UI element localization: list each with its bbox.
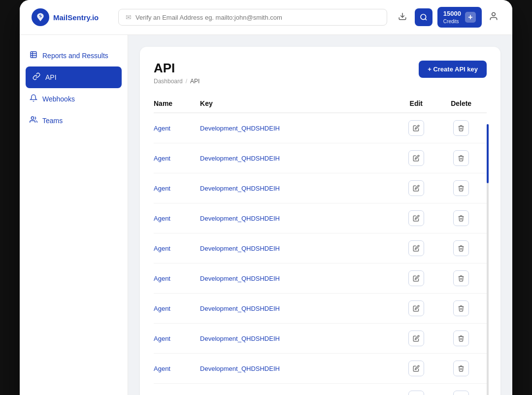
row-edit-9 bbox=[397, 384, 435, 395]
delete-button-5[interactable] bbox=[453, 270, 469, 286]
edit-button-6[interactable] bbox=[408, 300, 424, 316]
row-delete-1 bbox=[435, 143, 487, 173]
delete-button-8[interactable] bbox=[453, 361, 469, 376]
sidebar-item-api[interactable]: API bbox=[26, 66, 122, 88]
credits-badge: 15000 Credits + bbox=[437, 7, 482, 28]
scroll-indicator bbox=[487, 124, 489, 395]
row-key-7: Development_QHDSHDEIH bbox=[200, 324, 397, 354]
row-key-5: Development_QHDSHDEIH bbox=[200, 263, 397, 294]
delete-button-2[interactable] bbox=[453, 180, 469, 196]
content-area: API Dashboard / API + Create API key Nam… bbox=[128, 35, 512, 395]
api-icon bbox=[33, 72, 40, 82]
row-delete-8 bbox=[435, 354, 487, 384]
table-row: Agent Development_QHDSHDEIH bbox=[154, 203, 487, 233]
delete-button-4[interactable] bbox=[453, 240, 469, 256]
breadcrumb-parent[interactable]: Dashboard bbox=[154, 78, 183, 85]
breadcrumb-separator: / bbox=[186, 78, 187, 85]
row-key-8: Development_QHDSHDEIH bbox=[200, 354, 397, 384]
delete-button-7[interactable] bbox=[453, 330, 469, 346]
table-row: Agent Development_QHDSHDEIH bbox=[154, 113, 487, 143]
delete-button-1[interactable] bbox=[453, 150, 469, 166]
row-key-4: Development_QHDSHDEIH bbox=[200, 233, 397, 263]
edit-button-7[interactable] bbox=[408, 330, 424, 346]
topbar: MailSentry.io ✉ 1500 bbox=[20, 0, 512, 35]
edit-button-1[interactable] bbox=[408, 150, 424, 166]
row-edit-7 bbox=[397, 324, 435, 354]
sidebar-item-reports[interactable]: Reports and Ressults bbox=[20, 45, 128, 66]
col-name-header: Name bbox=[154, 95, 200, 113]
table-row: Agent Development_QHDSHDEIH bbox=[154, 233, 487, 263]
row-delete-0 bbox=[435, 113, 487, 143]
sidebar: Reports and Ressults API bbox=[20, 35, 128, 395]
delete-button-3[interactable] bbox=[453, 210, 469, 226]
search-button[interactable] bbox=[415, 8, 432, 26]
delete-button-6[interactable] bbox=[453, 300, 469, 316]
search-bar[interactable]: ✉ bbox=[118, 9, 387, 26]
row-name-9: Agent bbox=[154, 384, 200, 395]
logo-text: MailSentry.io bbox=[53, 13, 99, 22]
row-edit-6 bbox=[397, 294, 435, 324]
row-key-1: Development_QHDSHDEIH bbox=[200, 143, 397, 173]
api-table-wrapper: Name Key Edit Delete Agent Development_Q… bbox=[154, 95, 487, 395]
edit-button-8[interactable] bbox=[408, 361, 424, 376]
sidebar-item-teams[interactable]: Teams bbox=[20, 110, 128, 132]
row-edit-5 bbox=[397, 263, 435, 294]
email-icon: ✉ bbox=[126, 13, 132, 21]
sidebar-item-webhooks[interactable]: Webhooks bbox=[20, 88, 128, 110]
add-credits-button[interactable]: + bbox=[465, 12, 476, 23]
table-row: Agent Development_QHDSHDEIH bbox=[154, 143, 487, 173]
table-row: Agent Development_QHDSHDEIH bbox=[154, 384, 487, 395]
row-name-3: Agent bbox=[154, 203, 200, 233]
col-key-header: Key bbox=[200, 95, 397, 113]
topbar-actions: 15000 Credits + bbox=[395, 7, 500, 28]
main-layout: Reports and Ressults API bbox=[20, 35, 512, 395]
table-row: Agent Development_QHDSHDEIH bbox=[154, 173, 487, 203]
edit-button-4[interactable] bbox=[408, 240, 424, 256]
table-row: Agent Development_QHDSHDEIH bbox=[154, 324, 487, 354]
delete-button-0[interactable] bbox=[453, 120, 469, 136]
row-delete-7 bbox=[435, 324, 487, 354]
row-delete-5 bbox=[435, 263, 487, 294]
table-row: Agent Development_QHDSHDEIH bbox=[154, 263, 487, 294]
edit-button-0[interactable] bbox=[408, 120, 424, 136]
sidebar-item-api-label: API bbox=[45, 73, 57, 81]
row-key-3: Development_QHDSHDEIH bbox=[200, 203, 397, 233]
row-delete-2 bbox=[435, 173, 487, 203]
table-row: Agent Development_QHDSHDEIH bbox=[154, 294, 487, 324]
col-delete-header: Delete bbox=[435, 95, 487, 113]
svg-point-8 bbox=[31, 117, 33, 119]
create-api-key-button[interactable]: + Create API key bbox=[419, 61, 487, 78]
row-name-2: Agent bbox=[154, 173, 200, 203]
row-delete-3 bbox=[435, 203, 487, 233]
edit-button-5[interactable] bbox=[408, 270, 424, 286]
row-name-0: Agent bbox=[154, 113, 200, 143]
download-button[interactable] bbox=[395, 9, 410, 26]
edit-button-3[interactable] bbox=[408, 210, 424, 226]
row-name-7: Agent bbox=[154, 324, 200, 354]
col-edit-header: Edit bbox=[397, 95, 435, 113]
api-table: Name Key Edit Delete Agent Development_Q… bbox=[154, 95, 487, 395]
table-row: Agent Development_QHDSHDEIH bbox=[154, 354, 487, 384]
row-key-6: Development_QHDSHDEIH bbox=[200, 294, 397, 324]
row-edit-3 bbox=[397, 203, 435, 233]
teams-icon bbox=[30, 116, 37, 126]
reports-icon bbox=[30, 51, 37, 61]
row-edit-0 bbox=[397, 113, 435, 143]
user-button[interactable] bbox=[487, 9, 500, 26]
svg-point-2 bbox=[421, 14, 426, 20]
breadcrumb: Dashboard / API bbox=[154, 78, 487, 85]
row-edit-4 bbox=[397, 233, 435, 263]
edit-button-9[interactable] bbox=[408, 391, 424, 395]
sidebar-item-teams-label: Teams bbox=[42, 117, 63, 125]
sidebar-item-reports-label: Reports and Ressults bbox=[42, 52, 108, 60]
logo: MailSentry.io bbox=[32, 8, 110, 26]
row-delete-6 bbox=[435, 294, 487, 324]
row-delete-9 bbox=[435, 384, 487, 395]
row-edit-2 bbox=[397, 173, 435, 203]
delete-button-9[interactable] bbox=[453, 391, 469, 395]
scroll-thumb bbox=[487, 124, 489, 183]
row-key-2: Development_QHDSHDEIH bbox=[200, 173, 397, 203]
edit-button-2[interactable] bbox=[408, 180, 424, 196]
row-key-9: Development_QHDSHDEIH bbox=[200, 384, 397, 395]
search-input[interactable] bbox=[135, 14, 380, 21]
